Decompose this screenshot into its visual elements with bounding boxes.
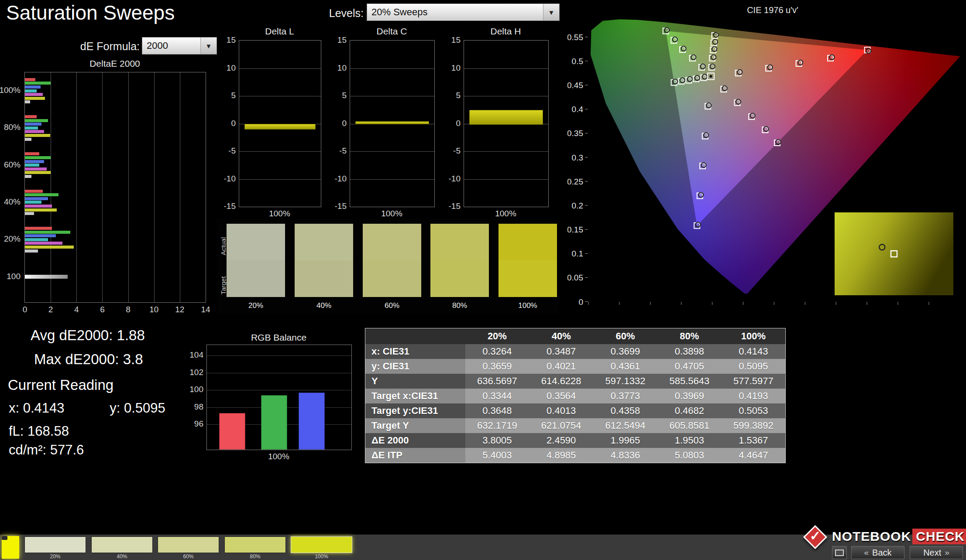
deltae-x-tick-label: 6 [100, 305, 105, 314]
back-button[interactable]: « Back [851, 546, 904, 559]
logo-check-icon: ✓ [810, 528, 821, 543]
deltae-bar [25, 193, 58, 196]
table-cell: 2.4590 [529, 433, 593, 448]
swatch-target-color [295, 260, 353, 297]
screenshot-button[interactable] [832, 546, 847, 559]
deltae-bar [25, 227, 52, 230]
delta-y-label: 10 [337, 63, 347, 73]
table-cell: 0.5053 [722, 403, 786, 418]
patch-button-80%[interactable]: 80% [224, 536, 286, 560]
patch-button-60%[interactable]: 60% [158, 536, 219, 560]
patch-label: 20% [24, 553, 86, 560]
deltae-gridline [51, 72, 51, 302]
cie-y-tick-label: 0.2 [572, 201, 583, 210]
notebookcheck-logo: ✓ NOTEBOOKCHECK [803, 526, 966, 547]
deltae-bar [25, 275, 68, 279]
patch-color [224, 536, 286, 553]
levels-value: 20% Sweeps [367, 4, 543, 20]
cie-y-tick-label: 0.4 [572, 105, 584, 114]
patch-label: 60% [158, 553, 219, 560]
deltae-chart: 02468101214100%80%60%40%20%100 [24, 72, 206, 303]
table-cell: 1.9965 [593, 433, 657, 448]
table-row: Target y:CIE310.36480.40130.43580.46820.… [365, 403, 786, 418]
table-cell: 0.5095 [722, 359, 786, 374]
fl-label: fL: [9, 423, 24, 439]
table-cell: 0.3699 [593, 344, 657, 359]
delta-y-label: 0 [342, 119, 347, 128]
table-cell: 0.4021 [529, 359, 593, 374]
de-formula-dropdown[interactable]: 2000 ▼ [142, 37, 217, 55]
delta-y-label: 0 [456, 119, 461, 128]
patch-color [24, 536, 86, 553]
deltae-x-tick-label: 4 [74, 305, 79, 314]
deltae-bar [25, 97, 45, 100]
chevron-down-icon[interactable]: ▼ [200, 38, 217, 54]
measurement-marker [711, 55, 716, 60]
cd-value: 577.6 [50, 442, 84, 458]
screen-icon [835, 550, 844, 556]
chevron-down-icon[interactable]: ▼ [543, 4, 559, 20]
next-button[interactable]: Next » [910, 546, 963, 559]
delta-gridline [239, 151, 321, 152]
patch-button-20%[interactable]: 20% [24, 536, 86, 560]
table-cell: 0.4358 [593, 403, 657, 418]
deltae-gridline [128, 72, 129, 302]
table-cell: 0.3773 [593, 389, 657, 403]
delta-gridline [350, 68, 434, 69]
deltae-y-label: 60% [4, 160, 21, 170]
row-label: Target x:CIE31 [365, 389, 465, 403]
current-reading-heading: Current Reading [8, 377, 113, 393]
table-row: ΔE ITP5.40034.89854.83365.08034.4647 [365, 448, 786, 463]
table-column-header: 20% [465, 328, 529, 345]
deltae-bar [25, 208, 57, 212]
saturation-swatch-80% [430, 224, 489, 297]
measurement-marker [866, 48, 871, 53]
de-formula-value: 2000 [142, 38, 200, 54]
deltae-gridline [180, 72, 180, 302]
table-cell: 0.3344 [465, 389, 529, 403]
delta-gridline [239, 68, 321, 69]
deltae-bar [25, 167, 47, 171]
delta-value-bar [244, 124, 316, 130]
current-xy: x: 0.4143 y: 0.5095 [9, 400, 165, 416]
deltae-y-label: 100% [0, 85, 21, 95]
max-value: 3.8 [123, 351, 143, 367]
cie-diagram: 00.050.10.150.20.250.30.350.40.450.50.55… [567, 17, 966, 305]
swatch-level-label: 100% [498, 301, 557, 310]
measurement-marker [695, 75, 700, 80]
table-row: y: CIE310.36590.40210.43610.47050.5095 [365, 359, 786, 374]
table-row: Target Y632.1719621.0754612.5494605.8581… [365, 418, 786, 433]
row-label: x: CIE31 [365, 344, 465, 359]
deltae-bar [25, 175, 31, 178]
table-cell: 0.4143 [722, 344, 786, 359]
delta-y-label: -10 [335, 174, 347, 184]
notebookcheck-icon: ✓ [803, 526, 827, 547]
measurement-marker [704, 133, 708, 137]
inset-background [835, 212, 953, 295]
patch-button-100%[interactable]: 100% [291, 536, 352, 560]
rgb-gridline [207, 390, 351, 390]
delta-y-label: 15 [227, 35, 236, 45]
rgb-x-label: 100% [206, 452, 351, 461]
delta-gridline [350, 96, 434, 96]
measurement-marker [701, 163, 706, 167]
table-cell: 605.8581 [657, 418, 722, 433]
deltae-gridline [76, 72, 77, 302]
table-cell: 599.3892 [722, 418, 786, 433]
delta-gridline [239, 179, 321, 180]
measurement-marker [673, 37, 677, 42]
delta-y-label: -5 [228, 146, 236, 156]
measurement-marker [714, 32, 718, 37]
deltae-chart-title: DeltaE 2000 [24, 58, 205, 69]
swatch-target-color [430, 260, 489, 297]
table-cell: 0.4682 [657, 403, 722, 418]
swatch-level-label: 80% [430, 301, 489, 310]
rgb-balance-title: RGB Balance [206, 332, 351, 343]
patch-button-40%[interactable]: 40% [91, 536, 153, 560]
table-cell: 0.3264 [465, 344, 529, 359]
table-cell: 612.5494 [593, 418, 657, 433]
levels-dropdown[interactable]: 20% Sweeps ▼ [367, 3, 560, 21]
deltae-bar [25, 231, 70, 234]
delta-y-label: -15 [449, 201, 461, 211]
measurement-marker [764, 126, 769, 131]
